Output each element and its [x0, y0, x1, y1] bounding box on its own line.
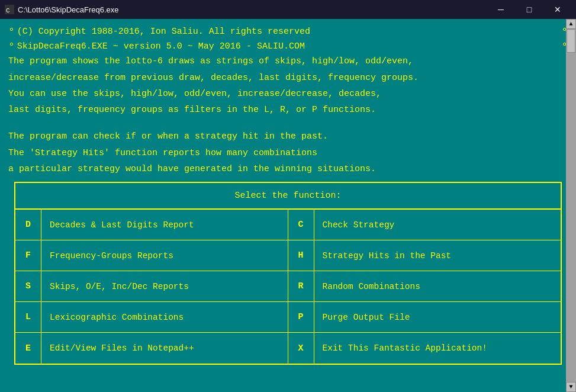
- label-H: Strategy Hits in the Past: [314, 243, 460, 268]
- key-R: R: [288, 271, 314, 301]
- function-item-E[interactable]: E Edit/View Files in Notepad++: [15, 333, 288, 364]
- copyright-line: ° (C) Copyright 1988-2016, Ion Saliu. Al…: [8, 25, 568, 40]
- strategy-line-2: The 'Strategy Hits' function reports how…: [8, 146, 568, 160]
- strategy-line-3: a particular strategy would have generat…: [8, 162, 568, 176]
- scroll-up-arrow[interactable]: ▲: [566, 19, 576, 29]
- key-L: L: [15, 302, 41, 332]
- key-E: E: [15, 333, 41, 364]
- copyright-text: (C) Copyright 1988-2016, Ion Saliu. All …: [17, 25, 310, 38]
- maximize-button[interactable]: □: [516, 1, 543, 18]
- main-content: ° (C) Copyright 1988-2016, Ion Saliu. Al…: [0, 19, 576, 371]
- key-D: D: [15, 210, 41, 240]
- dot-icon-2: °: [8, 40, 15, 54]
- strategy-line-1: The program can check if or when a strat…: [8, 130, 568, 143]
- scrollbar[interactable]: ▲ ▼: [566, 19, 576, 392]
- label-F: Frequency-Groups Reports: [41, 243, 182, 268]
- function-item-L[interactable]: L Lexicographic Combinations: [15, 302, 288, 333]
- function-item-S[interactable]: S Skips, O/E, Inc/Dec Reports: [15, 271, 288, 302]
- key-X: X: [288, 333, 314, 364]
- scroll-thumb[interactable]: [567, 29, 575, 53]
- label-E: Edit/View Files in Notepad++: [41, 336, 202, 361]
- key-F: F: [15, 240, 41, 271]
- desc-line-3: You can use the skips, high/low, odd/eve…: [8, 87, 568, 101]
- dot-icon-1: °: [8, 25, 15, 40]
- label-R: Random Combinations: [314, 274, 429, 299]
- scroll-down-arrow[interactable]: ▼: [566, 382, 576, 392]
- key-C: C: [288, 210, 314, 240]
- desc-line-4: last digits, frequency groups as filters…: [8, 103, 568, 117]
- function-item-R[interactable]: R Random Combinations: [288, 271, 561, 302]
- function-box-title: Select the function:: [15, 183, 561, 210]
- key-S: S: [15, 271, 41, 301]
- label-L: Lexicographic Combinations: [41, 305, 192, 330]
- close-button[interactable]: ✕: [544, 1, 571, 18]
- label-P: Purge Output File: [314, 305, 419, 330]
- function-grid: D Decades & Last Digits Report C Check S…: [15, 210, 561, 364]
- key-H: H: [288, 240, 314, 271]
- label-X: Exit This Fantastic Application!: [314, 336, 495, 361]
- function-item-D[interactable]: D Decades & Last Digits Report: [15, 210, 288, 240]
- version-line: ° SkipDecaFreq6.EXE ~ version 5.0 ~ May …: [8, 40, 568, 54]
- function-item-X[interactable]: X Exit This Fantastic Application!: [288, 333, 561, 364]
- label-C: Check Strategy: [314, 213, 403, 237]
- title-bar: C C:\Lotto6\SkipDecaFreq6.exe ─ □ ✕: [0, 0, 576, 19]
- version-text: SkipDecaFreq6.EXE ~ version 5.0 ~ May 20…: [17, 40, 305, 53]
- app-icon: C: [5, 5, 14, 14]
- function-item-F[interactable]: F Frequency-Groups Reports: [15, 240, 288, 271]
- function-selection-box: Select the function: D Decades & Last Di…: [14, 182, 562, 365]
- window-controls: ─ □ ✕: [487, 1, 571, 18]
- function-item-P[interactable]: P Purge Output File: [288, 302, 561, 333]
- scroll-track[interactable]: [566, 29, 576, 382]
- function-item-H[interactable]: H Strategy Hits in the Past: [288, 240, 561, 271]
- desc-line-1: The program shows the lotto-6 draws as s…: [8, 54, 568, 68]
- key-P: P: [288, 302, 314, 332]
- function-item-C[interactable]: C Check Strategy: [288, 210, 561, 240]
- label-D: Decades & Last Digits Report: [41, 213, 202, 237]
- minimize-button[interactable]: ─: [487, 1, 514, 18]
- label-S: Skips, O/E, Inc/Dec Reports: [41, 274, 197, 299]
- desc-line-2: increase/decrease from previous draw, de…: [8, 71, 568, 85]
- window-title: C:\Lotto6\SkipDecaFreq6.exe: [18, 5, 119, 14]
- svg-text:C: C: [6, 7, 10, 14]
